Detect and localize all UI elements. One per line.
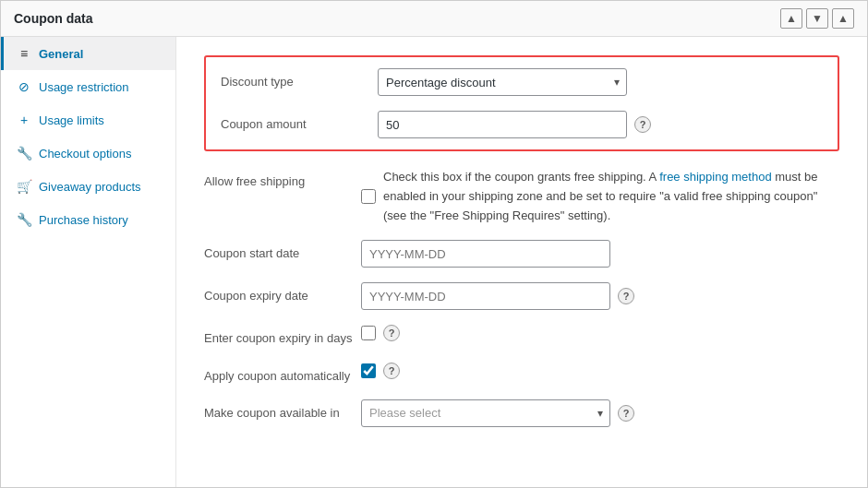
usage-limits-icon: + [17, 113, 31, 127]
sidebar-item-giveaway-products[interactable]: 🛒 Giveaway products [1, 170, 175, 203]
coupon-expiry-date-help-icon[interactable]: ? [618, 288, 634, 304]
free-shipping-checkbox-row: Check this box if the coupon grants free… [361, 168, 839, 225]
coupon-expiry-date-row: Coupon expiry date ? [204, 282, 839, 310]
sidebar-item-usage-limits[interactable]: + Usage limits [1, 103, 175, 137]
discount-highlight-box: Discount type Percentage discount Fixed … [204, 55, 839, 151]
purchase-icon: 🔧 [17, 212, 31, 227]
coupon-amount-label: Coupon amount [221, 111, 378, 133]
coupon-amount-field: ? [378, 111, 823, 138]
discount-type-label: Discount type [221, 68, 378, 90]
fullscreen-button[interactable]: ▲ [832, 8, 854, 29]
coupon-amount-help-icon[interactable]: ? [634, 116, 651, 133]
expiry-in-days-label: Enter coupon expiry in days [204, 325, 361, 347]
expiry-in-days-checkbox[interactable] [361, 326, 376, 340]
coupon-start-date-input[interactable] [361, 240, 610, 268]
sidebar-item-label: Giveaway products [39, 180, 141, 194]
coupon-available-select[interactable]: Please select [361, 399, 610, 427]
content-area: ≡ General ⊘ Usage restriction + Usage li… [1, 37, 867, 487]
discount-type-row: Discount type Percentage discount Fixed … [221, 68, 823, 96]
sidebar-item-label: General [39, 47, 83, 61]
sidebar-item-label: Usage limits [39, 113, 104, 127]
coupon-start-date-row: Coupon start date [204, 240, 839, 268]
expiry-in-days-field: ? [361, 325, 839, 341]
usage-restriction-icon: ⊘ [17, 79, 31, 94]
free-shipping-text-1: Check this box if the coupon grants free… [383, 170, 657, 184]
discount-type-field: Percentage discount Fixed cart discount … [378, 68, 823, 96]
general-icon: ≡ [17, 46, 31, 61]
apply-coupon-label: Apply coupon automatically [204, 363, 361, 385]
free-shipping-checkbox[interactable] [361, 189, 376, 204]
coupon-available-label: Make coupon available in [204, 399, 361, 422]
sidebar-item-label: Usage restriction [39, 80, 129, 94]
coupon-expiry-date-field: ? [361, 282, 839, 310]
expiry-in-days-checkbox-row: ? [361, 325, 400, 341]
coupon-available-help-icon[interactable]: ? [618, 405, 634, 422]
window-title: Coupon data [14, 11, 93, 26]
coupon-available-field: Please select ? [361, 399, 839, 427]
coupon-expiry-date-input[interactable] [361, 282, 610, 310]
giveaway-icon: 🛒 [17, 179, 31, 194]
title-bar: Coupon data ▲ ▼ ▲ [1, 1, 867, 37]
free-shipping-link[interactable]: free shipping method [659, 170, 771, 184]
apply-coupon-help-icon[interactable]: ? [383, 363, 400, 379]
coupon-amount-input[interactable] [378, 111, 627, 138]
sidebar-item-label: Purchase history [39, 213, 128, 227]
sidebar-item-purchase-history[interactable]: 🔧 Purchase history [1, 203, 175, 236]
expiry-in-days-help-icon[interactable]: ? [383, 325, 400, 341]
coupon-start-date-field [361, 240, 839, 268]
sidebar-item-checkout-options[interactable]: 🔧 Checkout options [1, 137, 175, 170]
free-shipping-row: Allow free shipping Check this box if th… [204, 168, 839, 225]
coupon-start-date-label: Coupon start date [204, 240, 361, 262]
expand-button[interactable]: ▼ [806, 8, 828, 29]
free-shipping-label: Allow free shipping [204, 168, 361, 190]
window-controls: ▲ ▼ ▲ [780, 8, 854, 29]
expiry-in-days-row: Enter coupon expiry in days ? [204, 325, 839, 347]
coupon-expiry-date-label: Coupon expiry date [204, 282, 361, 304]
coupon-available-row: Make coupon available in Please select ? [204, 399, 839, 427]
sidebar-item-label: Checkout options [39, 147, 131, 161]
coupon-amount-row: Coupon amount ? [221, 111, 823, 138]
discount-type-select[interactable]: Percentage discount Fixed cart discount … [378, 68, 627, 96]
checkout-icon: 🔧 [17, 146, 31, 161]
collapse-button[interactable]: ▲ [780, 8, 802, 29]
sidebar-item-usage-restriction[interactable]: ⊘ Usage restriction [1, 70, 175, 103]
apply-coupon-row: Apply coupon automatically ? [204, 363, 839, 385]
sidebar: ≡ General ⊘ Usage restriction + Usage li… [1, 37, 176, 487]
apply-coupon-checkbox[interactable] [361, 363, 376, 378]
free-shipping-field: Check this box if the coupon grants free… [361, 168, 839, 225]
free-shipping-description: Check this box if the coupon grants free… [383, 168, 839, 225]
apply-coupon-checkbox-row: ? [361, 363, 400, 379]
main-content: Discount type Percentage discount Fixed … [176, 37, 867, 487]
apply-coupon-field: ? [361, 363, 839, 379]
coupon-available-select-wrapper: Please select [361, 399, 610, 427]
discount-type-select-wrapper: Percentage discount Fixed cart discount … [378, 68, 627, 96]
coupon-data-window: Coupon data ▲ ▼ ▲ ≡ General ⊘ Usage rest… [0, 0, 868, 488]
sidebar-item-general[interactable]: ≡ General [1, 37, 175, 70]
